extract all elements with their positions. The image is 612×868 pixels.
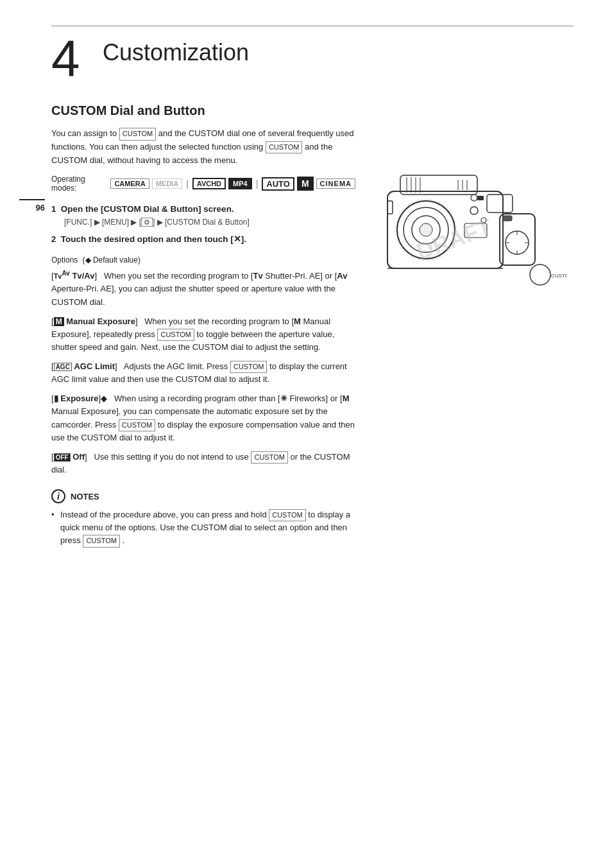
custom-badge-agc: CUSTOM	[230, 361, 267, 373]
option-tvav-symbol: Tv	[54, 272, 62, 280]
svg-text:DRAFT: DRAFT	[413, 213, 496, 265]
option-agc-badge: AGC	[54, 363, 72, 371]
custom-badge-note1: CUSTOM	[269, 509, 305, 521]
mode-m: M	[297, 177, 314, 191]
camera-illustration: CUSTOM	[375, 140, 567, 358]
option-exposure: [▮ Exposure]◆ When using a recording pro…	[51, 392, 355, 444]
svg-point-28	[471, 195, 477, 201]
custom-badge-m: CUSTOM	[157, 329, 194, 341]
top-rule	[51, 26, 574, 26]
svg-rect-29	[477, 196, 484, 200]
mode-sep2: |	[256, 178, 259, 189]
mode-mp4: MP4	[228, 178, 252, 189]
option-manual-exposure: [M Manual Exposure] When you set the rec…	[51, 315, 355, 354]
mode-media: MEDIA	[152, 178, 182, 189]
svg-rect-18	[503, 216, 512, 221]
notes-header: i NOTES	[51, 489, 355, 503]
page-number: 96	[19, 199, 45, 213]
operating-modes-label: Operating modes:	[51, 175, 105, 193]
custom-badge-off: CUSTOM	[251, 451, 287, 464]
option-agc: [AGC AGC Limit] Adjusts the AGC limit. P…	[51, 360, 355, 386]
page: 4 Customization 96 CUSTOM Dial and Butto…	[0, 0, 612, 868]
option-m-badge: M	[54, 317, 64, 326]
main-content: You can assign to CUSTOM and the CUSTOM …	[51, 127, 574, 548]
step-1-text: Open the [CUSTOM Dial & Button] screen.	[61, 204, 234, 214]
section-title: CUSTOM Dial and Button	[51, 103, 574, 118]
svg-text:CUSTOM: CUSTOM	[551, 273, 567, 279]
mode-auto: AUTO	[262, 177, 294, 191]
chapter-number: 4	[51, 33, 90, 84]
custom-badge-exp: CUSTOM	[119, 419, 155, 431]
operating-modes: Operating modes: CAMERA MEDIA | AVCHD MP…	[51, 175, 355, 193]
custom-badge-intro2: CUSTOM	[266, 141, 302, 154]
step-2-number: 2	[51, 234, 56, 244]
options-label: Options	[51, 256, 78, 265]
step-1: 1 Open the [CUSTOM Dial & Button] screen…	[51, 203, 355, 227]
options-header: Options (◆ Default value)	[51, 255, 355, 265]
custom-badge-note2: CUSTOM	[83, 535, 119, 547]
notes-label: NOTES	[71, 492, 99, 501]
right-column: CUSTOM	[368, 127, 574, 548]
custom-badge-intro: CUSTOM	[119, 128, 156, 141]
mode-cinema: CINEMA	[316, 178, 355, 189]
steps: 1 Open the [CUSTOM Dial & Button] screen…	[51, 203, 355, 246]
option-off: [OFF Off] Use this setting if you do not…	[51, 451, 355, 476]
option-tvav: [TvAv Tv/Av] When you set the recording …	[51, 268, 355, 309]
mode-camera: CAMERA	[110, 178, 149, 189]
note-item-1: Instead of the procedure above, you can …	[51, 508, 355, 547]
notes-icon: i	[51, 489, 65, 503]
svg-rect-7	[500, 214, 535, 265]
intro-text: You can assign to CUSTOM and the CUSTOM …	[51, 127, 355, 167]
option-off-badge: OFF	[54, 453, 71, 462]
svg-rect-19	[387, 201, 393, 214]
option-exposure-symbol: ▮	[54, 394, 58, 403]
options-default-label: (◆ Default value)	[83, 256, 140, 265]
notes-section: i NOTES Instead of the procedure above, …	[51, 489, 355, 547]
step-1-sub: [FUNC.] ▶ [MENU] ▶ [⚙] ▶ [CUSTOM Dial & …	[51, 216, 355, 228]
step-2: 2 Touch the desired option and then touc…	[51, 233, 355, 246]
step-1-number: 1	[51, 204, 56, 214]
chapter-header: 4 Customization	[51, 33, 574, 84]
svg-point-8	[470, 207, 478, 214]
mode-sep1: |	[186, 178, 189, 189]
chapter-title: Customization	[103, 33, 249, 66]
svg-rect-6	[487, 195, 513, 213]
mode-avchd: AVCHD	[192, 178, 226, 189]
left-column: You can assign to CUSTOM and the CUSTOM …	[51, 127, 355, 548]
svg-point-16	[530, 265, 550, 285]
step-2-text: Touch the desired option and then touch …	[61, 234, 246, 244]
